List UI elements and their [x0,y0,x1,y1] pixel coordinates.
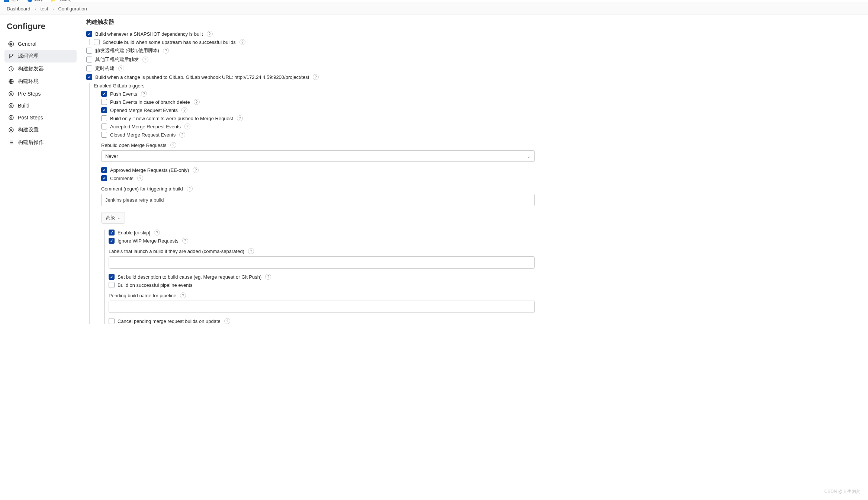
chevron-right-icon: › [52,7,54,11]
checkbox-accepted-mr[interactable] [101,124,107,129]
sidebar-item-source[interactable]: 源码管理 [4,50,77,62]
help-icon[interactable]: ? [154,230,160,235]
breadcrumb: Dashboard › test › Configuration [0,3,868,15]
sidebar-item-post-steps[interactable]: Post Steps [4,112,77,124]
help-icon[interactable]: ? [194,99,200,105]
help-icon[interactable]: ? [224,318,230,324]
sidebar-item-label: Pre Steps [18,91,41,97]
label-enabled-triggers: Enabled GitLab triggers [94,83,535,89]
help-icon[interactable]: ? [182,238,188,244]
sidebar-item-environment[interactable]: 构建环境 [4,75,77,88]
sidebar-item-triggers[interactable]: 构建触发器 [4,62,77,75]
gear-icon [8,115,14,121]
checkbox-opened-mr[interactable] [101,107,107,113]
sidebar-item-build-settings[interactable]: 构建设置 [4,124,77,136]
help-icon[interactable]: ? [180,292,186,298]
checkbox-comments[interactable] [101,175,107,181]
chevron-right-icon: › [35,7,36,11]
checkbox-remote-trigger[interactable] [86,48,92,54]
label-comment-regex: Comment (regex) for triggering a build ? [101,186,535,192]
checkbox-snapshot[interactable] [86,31,92,37]
label-comments: Comments [110,176,134,181]
sidebar-item-label: Build [18,103,29,109]
checkbox-gitlab-push[interactable] [86,74,92,80]
label-pending-name: Pending build name for pipeline ? [109,292,535,298]
svg-point-12 [10,129,12,131]
label-timed-build: 定时构建 [95,65,115,72]
checkbox-closed-mr[interactable] [101,132,107,138]
help-icon[interactable]: ? [237,115,243,121]
svg-point-8 [10,105,12,106]
checkbox-set-build-desc[interactable] [109,274,115,280]
label-approved-mr: Approved Merge Requests (EE-only) [110,167,189,173]
sidebar-item-build[interactable]: Build [4,100,77,112]
checkbox-schedule-upstream[interactable] [94,39,100,45]
help-icon[interactable]: ? [184,124,190,129]
input-comment-regex[interactable] [101,194,535,206]
label-schedule-upstream: Schedule build when some upstream has no… [103,39,236,45]
input-pending-name[interactable] [109,301,535,313]
checkbox-ignore-wip[interactable] [109,238,115,244]
breadcrumb-configuration[interactable]: Configuration [58,6,87,12]
checkbox-build-only-new[interactable] [101,115,107,121]
help-icon[interactable]: ? [181,107,187,113]
sidebar-item-label: Post Steps [18,115,43,121]
checkbox-cancel-pending[interactable] [109,318,115,324]
checkbox-build-on-success[interactable] [109,282,115,288]
help-icon[interactable]: ? [179,132,185,138]
label-build-on-success: Build on successful pipeline events [118,282,193,288]
checkbox-approved-mr[interactable] [101,167,107,173]
checkbox-other-build[interactable] [86,57,92,62]
help-icon[interactable]: ? [265,274,271,280]
sidebar-item-label: 源码管理 [18,53,39,60]
sidebar-item-label: 构建设置 [18,126,39,133]
label-cancel-pending: Cancel pending merge request builds on u… [118,318,221,324]
checkbox-push-events[interactable] [101,91,107,97]
sidebar: Configure General 源码管理 构建触发器 构建环境 Pre St… [0,15,81,341]
help-icon[interactable]: ? [193,167,199,173]
toolbar-map[interactable]: 🟦 地图 [4,0,20,3]
checkbox-push-delete[interactable] [101,99,107,105]
svg-point-0 [10,43,12,45]
svg-point-9 [9,103,13,108]
label-other-build: 其他工程构建后触发 [95,56,139,63]
help-icon[interactable]: ? [187,186,193,192]
label-push-events: Push Events [110,91,137,97]
sidebar-item-general[interactable]: General [4,38,77,50]
chevron-down-icon: ⌄ [117,216,120,220]
help-icon[interactable]: ? [118,65,124,71]
svg-point-13 [9,128,13,132]
help-icon[interactable]: ? [141,91,147,97]
label-labels-launch: Labels that launch a build if they are a… [109,248,535,254]
advanced-button[interactable]: 高级 ⌄ [101,212,125,224]
help-icon[interactable]: ? [163,48,169,54]
chevron-down-icon: ⌄ [527,154,531,159]
svg-point-1 [9,54,10,55]
toolbar-favorites[interactable]: 📁 收藏夹 [51,0,71,3]
list-icon [8,140,14,145]
help-icon[interactable]: ? [170,142,176,148]
svg-point-10 [10,117,12,118]
breadcrumb-dashboard[interactable]: Dashboard [7,6,30,12]
sidebar-item-pre-steps[interactable]: Pre Steps [4,88,77,100]
help-icon[interactable]: ? [142,57,148,62]
sidebar-item-post-build[interactable]: 构建后操作 [4,136,77,149]
help-icon[interactable]: ? [313,74,319,80]
help-icon[interactable]: ? [137,175,143,181]
checkbox-ci-skip[interactable] [109,230,115,235]
help-icon[interactable]: ? [248,248,254,254]
clock-icon [8,66,14,72]
input-labels-launch[interactable] [109,256,535,269]
label-remote-trigger: 触发远程构建 (例如,使用脚本) [95,47,159,54]
toolbar-translate[interactable]: 🔵 翻译 [27,0,43,3]
label-opened-mr: Opened Merge Request Events [110,108,178,113]
label-accepted-mr: Accepted Merge Request Events [110,124,181,129]
label-push-delete: Push Events in case of branch delete [110,99,190,105]
checkbox-timed-build[interactable] [86,65,92,71]
help-icon[interactable]: ? [207,31,213,37]
select-rebuild[interactable]: Never ⌄ [101,150,535,162]
help-icon[interactable]: ? [239,39,245,45]
svg-point-3 [12,54,13,55]
breadcrumb-test[interactable]: test [41,6,48,12]
label-closed-mr: Closed Merge Request Events [110,132,176,138]
